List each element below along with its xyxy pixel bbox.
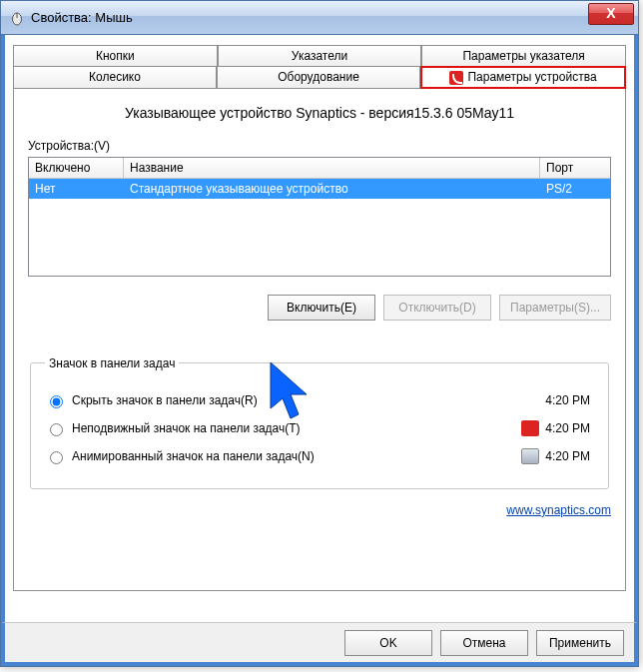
dialog-footer: OK Отмена Применить	[1, 622, 638, 666]
radio-hide-label[interactable]: Скрыть значок в панели задач(R)	[45, 392, 258, 408]
tray-icon-hidden	[521, 392, 539, 408]
tray-icon-group: Значок в панели задач Скрыть значок в па…	[30, 356, 609, 489]
radio-static[interactable]	[50, 423, 63, 436]
col-port[interactable]: Порт	[540, 158, 610, 178]
tab-pointers[interactable]: Указатели	[218, 45, 422, 67]
tray-preview-animated: 4:20 PM	[506, 446, 594, 466]
tray-legend: Значок в панели задач	[45, 356, 179, 370]
tray-option-static: Неподвижный значок на панели задач(T) 4:…	[45, 418, 594, 438]
tab-device-settings-label: Параметры устройства	[467, 70, 596, 84]
close-button[interactable]: X	[588, 3, 634, 25]
radio-hide[interactable]	[50, 395, 63, 408]
action-buttons: Включить(E) Отключить(D) Параметры(S)...	[28, 295, 611, 321]
window-title: Свойства: Мышь	[31, 10, 133, 25]
tray-icon-static	[521, 420, 539, 436]
cell-enabled: Нет	[29, 179, 124, 199]
tab-hardware[interactable]: Оборудование	[217, 66, 420, 89]
ok-button[interactable]: OK	[344, 630, 432, 656]
cancel-button[interactable]: Отмена	[440, 630, 528, 656]
disable-button: Отключить(D)	[383, 295, 491, 321]
synaptics-link[interactable]: www.synaptics.com	[506, 503, 611, 517]
title-bar[interactable]: Свойства: Мышь X	[1, 1, 638, 35]
dialog-window: Свойства: Мышь X Кнопки Указатели Параме…	[0, 0, 639, 667]
apply-button[interactable]: Применить	[536, 630, 624, 656]
link-row: www.synaptics.com	[28, 503, 611, 517]
tab-panel: Указывающее устройство Synaptics - верси…	[13, 88, 626, 591]
col-enabled[interactable]: Включено	[29, 158, 124, 178]
tab-device-settings[interactable]: Параметры устройства	[420, 66, 626, 89]
radio-static-label[interactable]: Неподвижный значок на панели задач(T)	[45, 420, 301, 436]
col-name[interactable]: Название	[124, 158, 540, 178]
client-area: Кнопки Указатели Параметры указателя Кол…	[1, 35, 638, 622]
table-header: Включено Название Порт	[29, 158, 610, 179]
mouse-icon	[9, 10, 25, 26]
panel-heading: Указывающее устройство Synaptics - верси…	[28, 105, 611, 121]
tab-strip: Кнопки Указатели Параметры указателя Кол…	[13, 45, 626, 89]
tray-option-hide: Скрыть значок в панели задач(R) 4:20 PM	[45, 390, 594, 410]
tab-pointer-options[interactable]: Параметры указателя	[421, 45, 626, 67]
tray-preview-static: 4:20 PM	[506, 418, 594, 438]
cell-name: Стандартное указывающее устройство	[124, 179, 540, 199]
synaptics-icon	[449, 71, 463, 85]
radio-animated[interactable]	[50, 451, 63, 464]
devices-label: Устройства:(V)	[28, 139, 611, 153]
enable-button[interactable]: Включить(E)	[268, 295, 375, 321]
devices-table[interactable]: Включено Название Порт Нет Стандартное у…	[28, 157, 611, 277]
cell-port: PS/2	[540, 179, 610, 199]
table-row[interactable]: Нет Стандартное указывающее устройство P…	[29, 179, 610, 199]
radio-animated-label[interactable]: Анимированный значок на панели задач(N)	[45, 448, 315, 464]
tray-option-animated: Анимированный значок на панели задач(N) …	[45, 446, 594, 466]
tray-preview-hide: 4:20 PM	[506, 390, 594, 410]
parameters-button: Параметры(S)...	[499, 295, 611, 321]
tab-buttons[interactable]: Кнопки	[13, 45, 218, 67]
tab-wheel[interactable]: Колесико	[13, 66, 217, 89]
tray-icon-animated	[521, 448, 539, 464]
